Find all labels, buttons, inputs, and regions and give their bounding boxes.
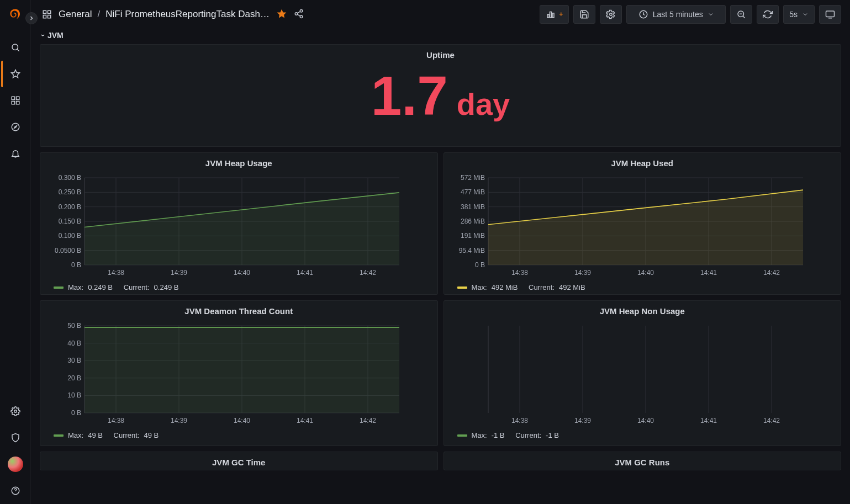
legend-swatch bbox=[457, 434, 467, 437]
svg-text:0.300 B: 0.300 B bbox=[59, 174, 81, 182]
legend-swatch bbox=[54, 287, 64, 289]
svg-text:14:41: 14:41 bbox=[700, 417, 716, 425]
svg-marker-2 bbox=[11, 70, 19, 78]
legend-daemon-threads[interactable]: Max: 49 B Current: 49 B bbox=[54, 431, 437, 439]
panel-title: JVM Heap Non Usage bbox=[444, 301, 841, 319]
svg-text:0 B: 0 B bbox=[474, 261, 484, 269]
topbar: General / NiFi PrometheusReportingTask D… bbox=[31, 0, 850, 29]
svg-rect-30 bbox=[826, 11, 835, 17]
panel-heap-usage[interactable]: JVM Heap Usage 0 B0.0500 B0.100 B0.150 B… bbox=[40, 152, 438, 295]
dashboards-icon[interactable] bbox=[2, 87, 29, 114]
starred-icon[interactable] bbox=[1, 61, 28, 87]
time-range-picker[interactable]: Last 5 minutes bbox=[626, 5, 726, 24]
svg-text:14:39: 14:39 bbox=[171, 417, 187, 425]
panel-heap-non-usage[interactable]: JVM Heap Non Usage 14:3814:3914:4014:411… bbox=[444, 300, 842, 446]
svg-text:381 MiB: 381 MiB bbox=[460, 203, 484, 211]
panel-uptime[interactable]: Uptime 1.7 day bbox=[40, 44, 841, 147]
tv-mode-button[interactable] bbox=[819, 5, 841, 24]
svg-text:14:38: 14:38 bbox=[108, 269, 124, 277]
svg-line-20 bbox=[297, 11, 300, 13]
svg-text:14:40: 14:40 bbox=[637, 417, 653, 425]
svg-text:0.100 B: 0.100 B bbox=[59, 232, 81, 240]
legend-heap-used[interactable]: Max: 492 MiB Current: 492 MiB bbox=[457, 283, 841, 291]
svg-text:14:42: 14:42 bbox=[360, 417, 376, 425]
refresh-interval-label: 5s bbox=[789, 10, 798, 19]
panel-title: JVM GC Time bbox=[40, 452, 437, 470]
svg-text:14:41: 14:41 bbox=[297, 417, 313, 425]
breadcrumb-root[interactable]: General bbox=[59, 9, 92, 20]
add-panel-button[interactable]: + bbox=[540, 5, 569, 24]
row-jvm-label: JVM bbox=[47, 31, 64, 40]
sidebar-expand-button[interactable] bbox=[25, 12, 38, 24]
breadcrumb[interactable]: General / NiFi PrometheusReportingTask D… bbox=[59, 9, 270, 20]
svg-text:95.4 MiB: 95.4 MiB bbox=[458, 247, 484, 254]
svg-rect-23 bbox=[550, 12, 552, 18]
svg-text:286 MiB: 286 MiB bbox=[460, 217, 484, 225]
panel-title: Uptime bbox=[40, 45, 841, 63]
star-icon[interactable] bbox=[276, 8, 287, 21]
legend-swatch bbox=[54, 434, 64, 437]
chart-heap-non-usage: 14:3814:3914:4014:4114:42 bbox=[453, 322, 806, 425]
legend-heap-usage[interactable]: Max: 0.249 B Current: 0.249 B bbox=[54, 283, 437, 291]
legend-heap-non-usage[interactable]: Max: -1 B Current: -1 B bbox=[457, 431, 841, 439]
svg-text:14:42: 14:42 bbox=[763, 269, 779, 277]
svg-text:0.0500 B: 0.0500 B bbox=[55, 247, 81, 254]
svg-text:14:41: 14:41 bbox=[700, 269, 716, 277]
save-button[interactable] bbox=[573, 5, 595, 24]
svg-rect-4 bbox=[16, 97, 19, 99]
panel-heap-used[interactable]: JVM Heap Used 0 B95.4 MiB191 MiB286 MiB3… bbox=[444, 152, 842, 295]
svg-rect-6 bbox=[16, 102, 19, 104]
search-icon[interactable] bbox=[2, 34, 29, 61]
svg-text:0.250 B: 0.250 B bbox=[59, 188, 81, 196]
panel-grid-icon[interactable] bbox=[42, 9, 52, 19]
svg-text:0.150 B: 0.150 B bbox=[59, 217, 81, 225]
svg-text:191 MiB: 191 MiB bbox=[460, 232, 484, 240]
svg-text:14:42: 14:42 bbox=[763, 417, 779, 425]
breadcrumb-separator: / bbox=[97, 9, 100, 20]
svg-text:14:38: 14:38 bbox=[511, 269, 527, 277]
svg-text:40 B: 40 B bbox=[67, 339, 81, 347]
svg-text:14:40: 14:40 bbox=[234, 417, 250, 425]
explore-icon[interactable] bbox=[2, 114, 29, 140]
share-icon[interactable] bbox=[294, 9, 304, 20]
svg-line-21 bbox=[297, 14, 300, 16]
chart-heap-usage: 0 B0.0500 B0.100 B0.150 B0.200 B0.250 B0… bbox=[49, 174, 403, 277]
svg-text:477 MiB: 477 MiB bbox=[460, 188, 484, 196]
panel-title: JVM Heap Used bbox=[444, 153, 841, 171]
panel-title: JVM Deamon Thread Count bbox=[40, 301, 437, 319]
svg-text:10 B: 10 B bbox=[67, 391, 81, 399]
panel-title: JVM Heap Usage bbox=[40, 153, 437, 171]
panel-gc-time[interactable]: JVM GC Time bbox=[40, 452, 438, 470]
user-avatar[interactable] bbox=[2, 451, 29, 478]
help-icon[interactable] bbox=[2, 478, 29, 504]
svg-point-0 bbox=[12, 44, 18, 50]
refresh-interval-picker[interactable]: 5s bbox=[783, 5, 815, 24]
svg-text:30 B: 30 B bbox=[67, 357, 81, 364]
settings-icon[interactable] bbox=[2, 398, 29, 425]
svg-text:14:39: 14:39 bbox=[574, 417, 590, 425]
svg-rect-14 bbox=[43, 15, 46, 18]
svg-point-19 bbox=[300, 15, 303, 18]
alerts-icon[interactable] bbox=[2, 140, 29, 167]
svg-point-7 bbox=[12, 123, 19, 131]
dashboard-settings-button[interactable] bbox=[600, 5, 622, 24]
refresh-button[interactable] bbox=[757, 5, 779, 24]
grafana-logo[interactable] bbox=[7, 8, 24, 25]
row-jvm-toggle[interactable]: › JVM bbox=[42, 31, 841, 40]
zoom-out-button[interactable] bbox=[730, 5, 752, 24]
svg-marker-8 bbox=[14, 126, 17, 129]
svg-point-18 bbox=[295, 12, 298, 15]
dashboard-title[interactable]: NiFi PrometheusReportingTask Dash… bbox=[105, 9, 270, 20]
chart-heap-used: 0 B95.4 MiB191 MiB286 MiB381 MiB477 MiB5… bbox=[453, 174, 806, 277]
svg-text:14:42: 14:42 bbox=[360, 269, 376, 277]
panel-gc-runs[interactable]: JVM GC Runs bbox=[444, 452, 842, 470]
svg-text:14:38: 14:38 bbox=[511, 417, 527, 425]
svg-point-9 bbox=[14, 410, 17, 413]
svg-text:0.200 B: 0.200 B bbox=[59, 203, 81, 211]
svg-text:0 B: 0 B bbox=[71, 409, 81, 417]
svg-text:14:41: 14:41 bbox=[297, 269, 313, 277]
panel-daemon-threads[interactable]: JVM Deamon Thread Count 0 B10 B20 B30 B4… bbox=[40, 300, 438, 446]
svg-text:50 B: 50 B bbox=[67, 322, 81, 330]
svg-text:14:39: 14:39 bbox=[574, 269, 590, 277]
shield-icon[interactable] bbox=[2, 425, 29, 451]
